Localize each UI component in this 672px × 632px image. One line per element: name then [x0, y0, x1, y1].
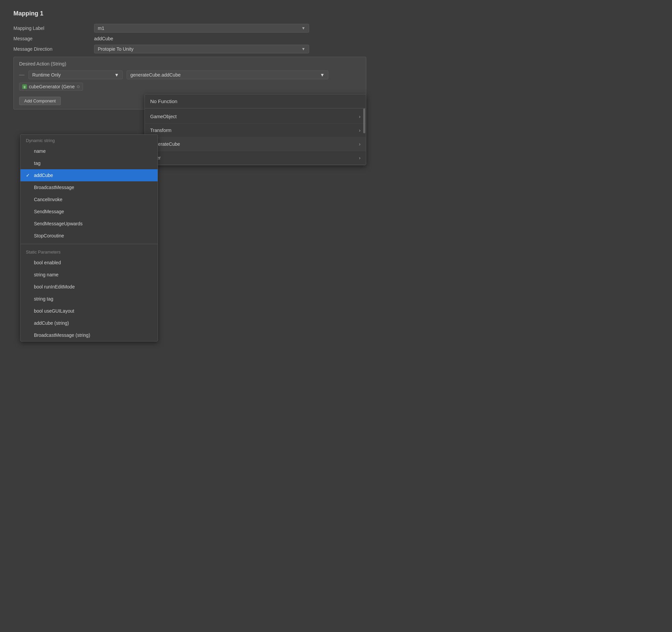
left-menu-item-bool-runineditmode[interactable]: bool runInEditMode — [21, 281, 158, 293]
left-menu-item-tag[interactable]: tag — [21, 157, 158, 169]
runtime-dropdown-arrow: ▼ — [114, 72, 119, 78]
left-menu-item-broadcastmessage[interactable]: BroadcastMessage — [21, 181, 158, 194]
broadcast-string-label: BroadcastMessage (string) — [34, 332, 90, 338]
menu-item-no-function[interactable]: No Function — [145, 94, 366, 108]
dash-icon: — — [19, 72, 25, 78]
bool-enabled-label: bool enabled — [34, 260, 61, 265]
generatecube-chevron: › — [359, 142, 361, 147]
component-row: g cubeGenerator (Gene ⊙ — [19, 83, 361, 91]
mapping-label-value: m1 — [98, 26, 104, 31]
left-dropdown-menu: Dynamic string name tag ✓ addCube Broadc… — [20, 134, 158, 342]
left-menu-item-cancelinvoke[interactable]: CancelInvoke — [21, 194, 158, 205]
left-menu-item-sendmessage[interactable]: SendMessage — [21, 205, 158, 218]
message-direction-dropdown[interactable]: Protopie To Unity ▼ — [94, 45, 309, 53]
run-edit-label: bool runInEditMode — [34, 284, 75, 289]
no-function-label: No Function — [150, 98, 177, 104]
message-direction-row: Message Direction Protopie To Unity ▼ — [14, 45, 658, 53]
string-tag-label: string tag — [34, 296, 53, 302]
component-tag[interactable]: g cubeGenerator (Gene ⊙ — [19, 83, 83, 91]
runtime-dropdown[interactable]: Runtime Only ▼ — [28, 71, 123, 79]
right-dropdown-menu: No Function GameObject › Transform › gen… — [144, 94, 366, 165]
add-component-label: Add Component — [24, 98, 56, 103]
left-menu-item-name[interactable]: name — [21, 145, 158, 157]
menu-item-transform[interactable]: Transform › — [145, 124, 366, 137]
left-menu-item-addcube[interactable]: ✓ addCube — [21, 169, 158, 181]
left-menu-item-broadcastmessage-string[interactable]: BroadcastMessage (string) — [21, 329, 158, 341]
string-name-label: string name — [34, 272, 58, 277]
mapping-label-row: Mapping Label m1 ▼ — [14, 24, 658, 32]
menu-item-gameobject[interactable]: GameObject › — [145, 110, 366, 124]
menu-item-generatecube[interactable]: generateCube › — [145, 137, 366, 151]
transform-chevron: › — [359, 128, 361, 133]
mapping-label-arrow: ▼ — [302, 26, 306, 30]
page-title: Mapping 1 — [14, 10, 658, 17]
check-icon-addcube: ✓ — [26, 173, 31, 178]
left-menu-addcube-label: addCube — [34, 173, 53, 178]
component-name: cubeGenerator (Gene — [29, 84, 75, 89]
left-menu-stop-label: StopCoroutine — [34, 233, 64, 238]
transform-label: Transform — [150, 128, 171, 133]
message-row: Message addCube — [14, 36, 658, 41]
left-menu-sendup-label: SendMessageUpwards — [34, 221, 83, 226]
static-section-header: Static Parameters — [21, 246, 158, 257]
dynamic-section-header: Dynamic string — [21, 135, 158, 145]
message-direction-value: Protopie To Unity — [98, 46, 134, 52]
message-direction-arrow: ▼ — [302, 47, 306, 51]
function-dropdown-arrow: ▼ — [320, 72, 325, 78]
left-menu-item-addcube-string[interactable]: addCube (string) — [21, 317, 158, 329]
left-menu-item-bool-useGUIlayout[interactable]: bool useGUILayout — [21, 305, 158, 317]
runtime-mode-value: Runtime Only — [32, 72, 61, 78]
left-menu-item-sendmessageupwards[interactable]: SendMessageUpwards — [21, 218, 158, 230]
left-menu-tag-label: tag — [34, 160, 40, 166]
add-component-button[interactable]: Add Component — [19, 97, 61, 105]
message-label: Message — [14, 36, 87, 41]
menu-item-timer[interactable]: timer › — [145, 151, 366, 165]
left-menu-item-string-tag[interactable]: string tag — [21, 293, 158, 305]
function-dropdown[interactable]: generateCube.addCube ▼ — [127, 71, 328, 79]
left-menu-item-string-name[interactable]: string name — [21, 269, 158, 281]
gui-label: bool useGUILayout — [34, 308, 74, 314]
left-menu-item-stopcoroutine[interactable]: StopCoroutine — [21, 230, 158, 242]
left-menu-cancel-label: CancelInvoke — [34, 197, 63, 202]
desired-action-title: Desired Action (String) — [19, 61, 361, 67]
timer-chevron: › — [359, 155, 361, 160]
settings-icon[interactable]: ⊙ — [77, 84, 80, 89]
divider — [21, 244, 158, 244]
runtime-row: — Runtime Only ▼ generateCube.addCube ▼ — [19, 71, 361, 79]
component-icon: g — [22, 84, 27, 89]
gameobject-label: GameObject — [150, 114, 177, 119]
mapping-label-text: Mapping Label — [14, 26, 87, 31]
left-menu-broadcast-label: BroadcastMessage — [34, 185, 74, 190]
message-direction-label: Message Direction — [14, 46, 87, 52]
gameobject-chevron: › — [359, 114, 361, 119]
mapping-label-dropdown[interactable]: m1 ▼ — [94, 24, 309, 32]
left-menu-send-label: SendMessage — [34, 209, 64, 214]
message-value: addCube — [94, 36, 113, 41]
function-value: generateCube.addCube — [130, 72, 181, 78]
addcube-string-label: addCube (string) — [34, 320, 69, 326]
component-letter: g — [24, 85, 25, 88]
left-menu-name-label: name — [34, 148, 46, 154]
left-menu-item-bool-enabled[interactable]: bool enabled — [21, 257, 158, 269]
